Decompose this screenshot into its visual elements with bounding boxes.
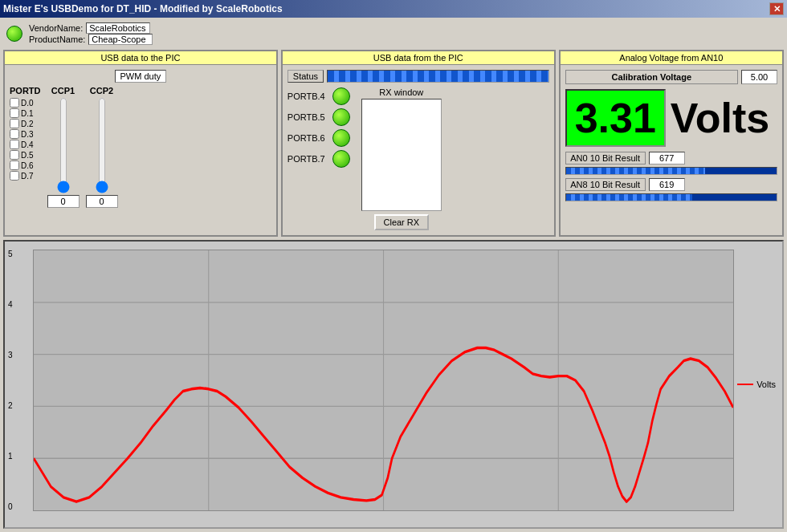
an0-progress-fill	[566, 168, 705, 174]
bit-d6: D.6	[10, 160, 41, 170]
an8-value: 619	[649, 178, 685, 191]
bit-d1: D.1	[10, 108, 41, 118]
portb7-led	[332, 150, 350, 168]
usb-from-pic-header: USB data from the PIC	[283, 51, 554, 65]
product-value: Cheap-Scope	[88, 34, 153, 45]
usb-from-pic-body: Status PORTB.4 PORTB.5	[283, 65, 554, 235]
calibration-value: 5.00	[741, 70, 777, 84]
portb5-led	[332, 108, 350, 126]
chart-svg	[34, 250, 733, 510]
chart-panel: 5 4 3 2 1 0	[3, 240, 784, 529]
portb5-row: PORTB.5	[287, 108, 350, 126]
volts-unit: Volts	[671, 94, 769, 142]
usb-to-pic-header: USB data to the PIC	[5, 51, 276, 65]
rx-window-label: RX window	[361, 87, 442, 97]
chart-legend: Volts	[737, 380, 776, 389]
portb-leds: PORTB.4 PORTB.5 PORTB.6 PORTB.7	[287, 87, 350, 230]
title-text: Mister E's USBDemo for DT_HID - Modified…	[3, 3, 283, 14]
calibration-label: Calibration Voltage	[565, 70, 738, 84]
bit-d2: D.2	[10, 119, 41, 128]
ccp2-title: CCP2	[90, 86, 113, 95]
status-progress-fill	[328, 71, 548, 82]
usb-to-pic-body: PWM duty PORTD D.0 D.1 D.2 D.3 D.4 D.5 D…	[5, 65, 276, 213]
legend-label: Volts	[756, 380, 776, 389]
ccp1-title: CCP1	[51, 86, 75, 95]
port-section: PORTD D.0 D.1 D.2 D.3 D.4 D.5 D.6 D.7 CC…	[10, 86, 271, 208]
an0-label: AN0 10 Bit Result	[565, 152, 646, 164]
portb4-row: PORTB.4	[287, 87, 350, 105]
analog-voltage-header: Analog Voltage from AN10	[561, 51, 782, 65]
ccp1-value: 0	[47, 195, 80, 208]
vendor-value: ScaleRobotics	[86, 22, 150, 34]
ccp2-column: CCP2 0	[86, 86, 118, 208]
rx-window[interactable]	[361, 99, 442, 211]
an8-progress-fill	[566, 194, 692, 201]
main-container: VendorName: ScaleRobotics ProductName: C…	[0, 18, 787, 532]
pwm-label: PWM duty	[115, 70, 167, 83]
title-bar: Mister E's USBDemo for DT_HID - Modified…	[0, 0, 787, 18]
y-axis-labels: 5 4 3 2 1 0	[8, 250, 13, 511]
analog-voltage-body: Calibration Voltage 5.00 3.31 Volts AN0 …	[561, 65, 782, 209]
bit-d3: D.3	[10, 129, 41, 139]
rx-section: RX window Clear RX	[361, 87, 442, 230]
top-info-row: VendorName: ScaleRobotics ProductName: C…	[3, 21, 784, 47]
an8-label: AN8 10 Bit Result	[565, 178, 646, 191]
voltage-display: 3.31	[565, 89, 666, 147]
portb-and-rx: PORTB.4 PORTB.5 PORTB.6 PORTB.7	[287, 87, 549, 230]
connection-led	[6, 26, 22, 42]
bit-d7: D.7	[10, 171, 41, 181]
an0-row: AN0 10 Bit Result 677	[565, 152, 777, 164]
status-row: Status	[287, 70, 549, 83]
device-info: VendorName: ScaleRobotics ProductName: C…	[29, 22, 153, 45]
bit-d5: D.5	[10, 150, 41, 160]
bit-d0: D.0	[10, 98, 41, 108]
portb6-row: PORTB.6	[287, 129, 350, 147]
panels-row: USB data to the PIC PWM duty PORTD D.0 D…	[3, 50, 784, 237]
an8-row: AN8 10 Bit Result 619	[565, 178, 777, 191]
ccp2-slider[interactable]	[94, 97, 110, 193]
usb-from-pic-panel: USB data from the PIC Status PORTB.4	[281, 50, 556, 237]
status-label: Status	[287, 70, 324, 83]
portb4-led	[332, 87, 350, 105]
portd-title: PORTD	[10, 86, 41, 95]
ccp1-slider[interactable]	[55, 97, 71, 193]
ccp2-value: 0	[86, 195, 118, 208]
ccp1-column: CCP1 0	[47, 86, 80, 208]
an0-value: 677	[649, 152, 685, 164]
clear-rx-button[interactable]: Clear RX	[374, 214, 430, 230]
vendor-label: VendorName:	[29, 23, 83, 33]
an0-progress-bar	[565, 167, 777, 175]
portb6-led	[332, 129, 350, 147]
voltage-display-row: 3.31 Volts	[565, 89, 777, 147]
portd-column: PORTD D.0 D.1 D.2 D.3 D.4 D.5 D.6 D.7	[10, 86, 41, 208]
close-button[interactable]: ✕	[769, 2, 784, 15]
product-label: ProductName:	[29, 35, 85, 44]
usb-to-pic-panel: USB data to the PIC PWM duty PORTD D.0 D…	[3, 50, 278, 237]
portb7-row: PORTB.7	[287, 150, 350, 168]
chart-inner	[33, 250, 734, 511]
an8-progress-bar	[565, 193, 777, 201]
legend-line-icon	[737, 384, 753, 385]
bit-d4: D.4	[10, 140, 41, 149]
analog-voltage-panel: Analog Voltage from AN10 Calibration Vol…	[559, 50, 784, 237]
status-progress-bar	[327, 70, 549, 83]
calibration-row: Calibration Voltage 5.00	[565, 70, 777, 84]
